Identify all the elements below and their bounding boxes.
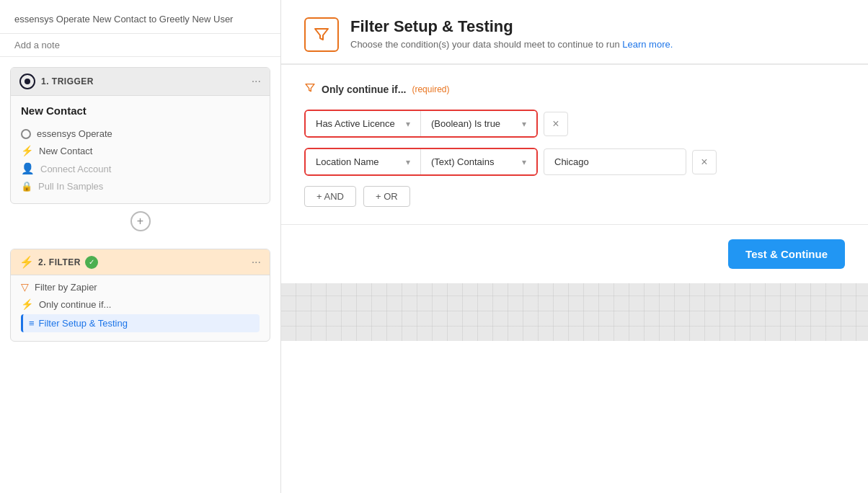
trigger-item-pull-samples: 🔒 Pull In Samples [21, 178, 260, 195]
dot-icon [21, 129, 31, 139]
right-header: Filter Setup & Testing Choose the condit… [281, 0, 868, 64]
filter-sub-item-only-continue: ⚡ Only continue if... [21, 296, 260, 313]
trigger-item-label-4: Pull In Samples [38, 181, 103, 192]
right-footer: Test & Continue [281, 225, 868, 283]
filter-field-text-1: Has Active Licence [316, 118, 395, 129]
filter-dots-menu[interactable]: ··· [252, 256, 261, 269]
right-header-inner: Filter Setup & Testing Choose the condit… [304, 17, 845, 52]
filter-value-input-2[interactable] [544, 148, 686, 175]
trigger-icon-inner [25, 79, 30, 84]
only-continue-funnel-icon [304, 82, 316, 97]
add-step-button[interactable]: + [130, 211, 151, 231]
only-continue-section-label: Only continue if... (required) [304, 82, 845, 97]
subtitle-text: Choose the condition(s) your data should… [350, 39, 620, 50]
logic-buttons: + AND + OR [304, 186, 845, 207]
chevron-down-icon-1: ▾ [406, 119, 410, 129]
trigger-item-new-contact: ⚡ New Contact [21, 142, 260, 159]
list-icon: ≡ [29, 318, 35, 329]
filter-number: 2. FILTER [38, 257, 81, 267]
right-panel: Filter Setup & Testing Choose the condit… [281, 0, 868, 493]
setup-testing-label: Filter Setup & Testing [39, 318, 128, 329]
trigger-item-connect-account: 👤 Connect Account [21, 159, 260, 178]
remove-row-1-button[interactable]: × [544, 112, 568, 136]
filter-header: ⚡ 2. FILTER ✓ ··· [11, 249, 270, 275]
add-note[interactable]: Add a note [0, 34, 280, 57]
breadcrumb-area: essensys Operate New Contact to Greetly … [0, 0, 280, 34]
bolt-icon: ⚡ [21, 145, 33, 156]
map-background [281, 283, 868, 341]
trigger-item-label-3: Connect Account [40, 164, 111, 174]
filter-section: ⚡ 2. FILTER ✓ ··· ▽ Filter by Zapier ⚡ O… [10, 249, 270, 342]
trigger-number: 1. TRIGGER [41, 76, 94, 86]
right-subtitle: Choose the condition(s) your data should… [350, 39, 673, 50]
filter-sub-item-filter-by-zapier: ▽ Filter by Zapier [21, 278, 260, 296]
filter-by-zapier-label: Filter by Zapier [35, 282, 97, 293]
check-icon: ✓ [89, 258, 94, 266]
or-button[interactable]: + OR [363, 186, 410, 207]
filter-field-select-2[interactable]: Location Name ▾ [306, 149, 421, 174]
connector: + [0, 204, 280, 239]
trigger-item-label-2: New Contact [39, 146, 92, 156]
trigger-section: 1. TRIGGER ··· New Contact essensys Oper… [10, 67, 270, 204]
filter-funnel-icon [313, 26, 330, 43]
filter-icon-box [304, 17, 339, 52]
filter-bolt-icon: ⚡ [19, 255, 34, 269]
breadcrumb: essensys Operate New Contact to Greetly … [14, 13, 266, 26]
filter-operator-text-2: (Text) Contains [431, 156, 494, 167]
only-continue-text: Only continue if... [322, 84, 406, 95]
trigger-title: New Contact [11, 96, 270, 123]
right-header-text: Filter Setup & Testing Choose the condit… [350, 17, 673, 50]
trigger-items: essensys Operate ⚡ New Contact 👤 Connect… [11, 123, 270, 203]
trigger-header: 1. TRIGGER ··· [11, 68, 270, 96]
and-button[interactable]: + AND [304, 186, 356, 207]
test-continue-button[interactable]: Test & Continue [728, 239, 845, 269]
filter-row-1: Has Active Licence ▾ (Boolean) Is true ▾… [304, 110, 845, 138]
learn-more-link[interactable]: Learn more. [622, 39, 673, 50]
trigger-item-essensys: essensys Operate [21, 125, 260, 142]
filter-row-box-1: Has Active Licence ▾ (Boolean) Is true ▾ [304, 110, 538, 138]
filter-sub-items: ▽ Filter by Zapier ⚡ Only continue if...… [11, 275, 270, 341]
filter-operator-select-1[interactable]: (Boolean) Is true ▾ [421, 111, 536, 136]
bolt-icon-2: ⚡ [21, 298, 33, 310]
funnel-icon: ▽ [21, 281, 29, 293]
filter-field-select-1[interactable]: Has Active Licence ▾ [306, 111, 421, 136]
filter-operator-select-2[interactable]: (Text) Contains ▾ [421, 149, 536, 174]
filter-field-text-2: Location Name [316, 156, 378, 167]
chevron-down-icon-2: ▾ [522, 119, 526, 129]
left-panel: essensys Operate New Contact to Greetly … [0, 0, 281, 493]
filter-sub-item-setup-testing[interactable]: ≡ Filter Setup & Testing [21, 314, 260, 332]
chevron-down-icon-4: ▾ [522, 157, 526, 167]
person-icon: 👤 [21, 162, 35, 175]
filter-operator-text-1: (Boolean) Is true [431, 118, 500, 129]
only-continue-label: Only continue if... [39, 299, 111, 310]
trigger-header-left: 1. TRIGGER [19, 74, 94, 89]
chevron-down-icon-3: ▾ [406, 157, 410, 167]
filter-row-2: Location Name ▾ (Text) Contains ▾ × [304, 148, 845, 176]
trigger-item-label: essensys Operate [37, 128, 112, 139]
trigger-icon [19, 74, 35, 89]
right-title: Filter Setup & Testing [350, 17, 673, 36]
filter-row-box-2: Location Name ▾ (Text) Contains ▾ [304, 148, 538, 176]
trigger-dots-menu[interactable]: ··· [252, 75, 261, 88]
filter-check-icon: ✓ [85, 256, 98, 269]
right-content: Only continue if... (required) Has Activ… [281, 65, 868, 224]
filter-badge: ⚡ 2. FILTER ✓ [19, 255, 98, 269]
remove-row-2-button[interactable]: × [692, 150, 717, 174]
required-badge: (required) [412, 84, 449, 94]
lock-icon: 🔒 [21, 181, 32, 192]
